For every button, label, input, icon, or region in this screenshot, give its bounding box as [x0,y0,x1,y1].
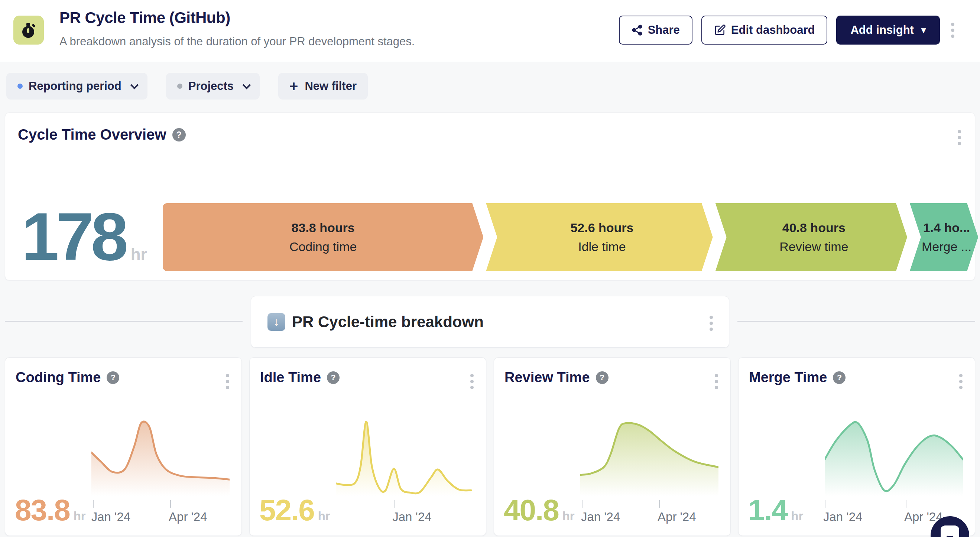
chat-bubble-icon [940,526,959,537]
card-title: Review Time [504,370,590,386]
funnel-segment[interactable]: 40.8 hoursReview time [716,203,907,271]
idle-time-card: Idle Time? Jan '24 52.6 hr [249,357,486,536]
card-kebab-menu-icon[interactable] [709,371,724,392]
card-kebab-menu-icon[interactable] [465,371,479,392]
new-filter-button-label: New filter [305,79,356,93]
review-time-stat: 40.8 hr [504,496,575,525]
total-cycle-time-value: 178 [22,203,126,270]
edit-dashboard-button[interactable]: Edit dashboard [702,16,828,44]
funnel-segment-label: Idle time [578,240,626,254]
filter-dot-icon [18,84,23,89]
funnel-segment-value: 52.6 hours [570,221,633,235]
card-kebab-menu-icon[interactable] [220,371,235,392]
chevron-down-icon [130,81,138,89]
divider-line [5,321,243,322]
merge-time-sparkline-chart[interactable] [825,416,963,500]
share-icon [632,24,643,36]
funnel-segment[interactable]: 52.6 hoursIdle time [486,203,713,271]
divider-line [737,321,975,322]
header-kebab-menu-icon[interactable] [945,20,960,41]
dashboard-header: PR Cycle Time (GitHub) A breakdown analy… [0,0,980,62]
reporting-period-filter-label: Reporting period [29,79,121,93]
stat-value: 40.8 [504,496,559,525]
tick-label: Jan '24 [392,510,431,524]
total-cycle-time-unit: hr [131,245,147,264]
tick-mark [170,500,171,508]
filter-bar: Reporting period Projects + New filter [6,73,368,100]
tick-mark [825,500,826,508]
edit-dashboard-button-label: Edit dashboard [731,24,815,37]
new-filter-button[interactable]: + New filter [278,73,368,100]
idle-time-sparkline-chart[interactable] [336,416,474,500]
funnel-segment-value: 1.4 ho... [923,221,970,235]
overview-title-row: Cycle Time Overview ? [18,126,186,143]
stat-value: 83.8 [15,496,70,525]
tick-mark [906,500,907,508]
funnel-segment[interactable]: 83.8 hoursCoding time [163,203,483,271]
overview-kebab-menu-icon[interactable] [952,127,967,148]
reporting-period-filter[interactable]: Reporting period [6,73,148,100]
funnel-segment[interactable]: 1.4 ho...Merge ... [910,203,978,271]
coding-time-sparkline-chart[interactable] [91,416,229,500]
stat-unit: hr [791,509,803,523]
header-actions: Share Edit dashboard Add insight ▾ [619,16,960,44]
coding-time-stat: 83.8 hr [15,496,86,525]
page-title: PR Cycle Time (GitHub) [59,9,415,27]
cycle-time-funnel: 83.8 hoursCoding time52.6 hoursIdle time… [163,203,958,271]
merge-time-stat: 1.4 hr [748,496,803,525]
add-insight-button-label: Add insight [850,24,913,37]
funnel-segment-label: Merge ... [922,240,972,254]
breakdown-kebab-menu-icon[interactable] [703,313,719,334]
stat-unit: hr [73,509,86,523]
stopwatch-icon [22,23,36,37]
funnel-segment-label: Coding time [290,240,356,254]
funnel-segment-value: 40.8 hours [783,221,846,235]
share-button-label: Share [648,24,680,37]
stat-unit: hr [562,509,575,523]
overview-title: Cycle Time Overview [18,126,166,143]
add-insight-button[interactable]: Add insight ▾ [836,16,940,44]
tick-mark [582,500,583,508]
share-button[interactable]: Share [619,16,692,44]
breakdown-title: PR Cycle-time breakdown [292,313,484,331]
cycle-time-overview-card: Cycle Time Overview ? 178 hr 83.8 hoursC… [5,113,975,280]
tick-label: Apr '24 [169,510,207,524]
review-time-sparkline-chart[interactable] [580,416,719,500]
card-title: Merge Time [749,370,827,386]
stat-unit: hr [318,509,330,523]
help-icon[interactable]: ? [107,371,119,384]
help-icon[interactable]: ? [172,128,186,141]
help-icon[interactable]: ? [833,371,846,384]
header-text: PR Cycle Time (GitHub) A breakdown analy… [59,9,415,48]
stat-value: 1.4 [748,496,787,525]
dashboard-logo [13,16,44,44]
plus-icon: + [290,79,298,94]
funnel-segment-value: 83.8 hours [292,221,355,235]
tick-label: Jan '24 [823,510,862,524]
tick-mark [659,500,660,508]
funnel-segment-label: Review time [780,240,848,254]
filter-dot-icon [177,84,182,89]
review-time-card: Review Time? Jan '24Apr '24 40.8 hr [494,357,731,536]
page-subtitle: A breakdown analysis of the duration of … [59,35,415,48]
tick-label: Apr '24 [657,510,696,524]
edit-icon [714,24,726,36]
card-title: Idle Time [260,370,321,386]
chevron-down-icon [243,81,251,89]
help-icon[interactable]: ? [327,371,340,384]
coding-time-card: Coding Time? Jan '24Apr '24 83.8 hr [5,357,242,536]
projects-filter[interactable]: Projects [166,73,260,100]
idle-time-stat: 52.6 hr [259,496,330,525]
tick-mark [93,500,94,508]
tick-label: Jan '24 [91,510,130,524]
merge-time-card: Merge Time? Jan '24Apr '24 1.4 hr [738,357,975,536]
breakdown-card: ↓ PR Cycle-time breakdown [251,296,729,348]
help-icon[interactable]: ? [596,371,609,384]
card-title: Coding Time [16,370,101,386]
tick-label: Jan '24 [581,510,620,524]
down-arrow-icon: ↓ [267,313,285,331]
stat-value: 52.6 [259,496,314,525]
card-kebab-menu-icon[interactable] [953,371,968,392]
caret-down-icon: ▾ [921,25,926,35]
projects-filter-label: Projects [188,79,234,93]
